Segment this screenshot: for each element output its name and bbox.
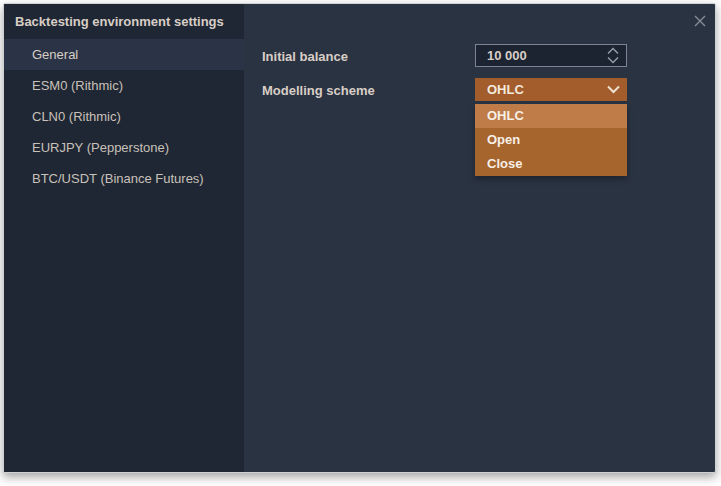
spin-up-button chevron-up-icon[interactable] [606, 47, 620, 55]
dropdown-option-close[interactable]: Close [475, 152, 627, 176]
initial-balance-spinner [600, 45, 626, 66]
sidebar-item-btcusdt[interactable]: BTC/USDT (Binance Futures) [4, 163, 244, 194]
initial-balance-label: Initial balance [262, 49, 348, 64]
sidebar-item-eurjpy[interactable]: EURJPY (Pepperstone) [4, 132, 244, 163]
modelling-scheme-value: OHLC [475, 82, 599, 97]
spin-down-button chevron-down-icon[interactable] [606, 56, 620, 64]
sidebar-item-cln0[interactable]: CLN0 (Rithmic) [4, 101, 244, 132]
sidebar-item-general[interactable]: General [4, 39, 244, 70]
backtesting-settings-dialog: Backtesting environment settings General… [3, 3, 716, 473]
close-icon [694, 15, 706, 27]
initial-balance-value[interactable]: 10 000 [476, 48, 600, 63]
initial-balance-input[interactable]: 10 000 [475, 44, 627, 67]
dropdown-option-open[interactable]: Open [475, 128, 627, 152]
modelling-scheme-select[interactable]: OHLC [475, 78, 627, 101]
chevron-down-icon [599, 85, 627, 94]
modelling-scheme-label: Modelling scheme [262, 83, 375, 98]
modelling-scheme-dropdown: OHLC Open Close [475, 104, 627, 176]
close-button[interactable] [691, 12, 709, 30]
dialog-title: Backtesting environment settings [4, 4, 244, 39]
dropdown-option-ohlc[interactable]: OHLC [475, 104, 627, 128]
sidebar: Backtesting environment settings General… [4, 4, 244, 472]
sidebar-item-esm0[interactable]: ESM0 (Rithmic) [4, 70, 244, 101]
